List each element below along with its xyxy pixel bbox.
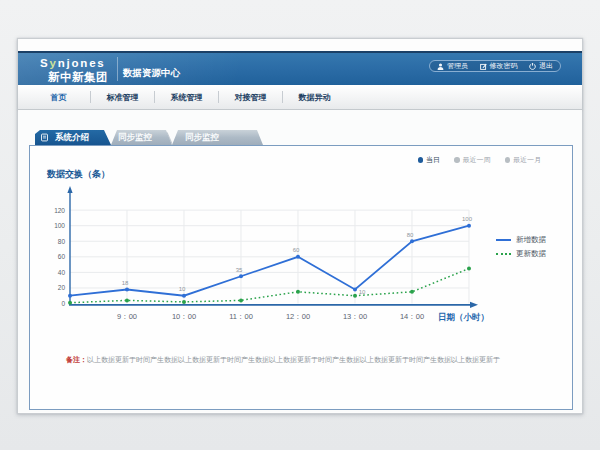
logo-y-accent: y bbox=[49, 57, 57, 69]
svg-text:40: 40 bbox=[58, 269, 66, 276]
nav-item-interface-mgmt[interactable]: 对接管理 bbox=[219, 92, 282, 103]
logout-label: 退出 bbox=[539, 61, 553, 71]
tab-sync-monitor-1[interactable]: 同步监控 bbox=[111, 130, 172, 145]
user-icon bbox=[437, 63, 444, 70]
page-title: 数据资源中心 bbox=[123, 67, 180, 80]
user-name-label: 管理员 bbox=[447, 61, 468, 71]
legend-updated-data[interactable]: 更新数据 bbox=[496, 249, 546, 259]
header-divider bbox=[117, 57, 118, 81]
svg-text:14：00: 14：00 bbox=[400, 312, 424, 321]
nav-item-system-mgmt[interactable]: 系统管理 bbox=[155, 92, 218, 103]
nav-item-standard-mgmt[interactable]: 标准管理 bbox=[91, 92, 154, 103]
series-label: 更新数据 bbox=[516, 249, 546, 259]
document-icon bbox=[41, 133, 48, 142]
tab-label: 同步监控 bbox=[185, 132, 219, 144]
svg-text:13：00: 13：00 bbox=[343, 312, 367, 321]
logo-wordmark: Synjones bbox=[40, 58, 108, 69]
svg-text:10: 10 bbox=[359, 289, 366, 295]
window-top-strip bbox=[18, 39, 582, 51]
svg-text:18: 18 bbox=[122, 280, 129, 286]
footnote-label: 备注： bbox=[66, 356, 87, 363]
footnote-text: 以上数据更新于时间产生数据以上数据更新于时间产生数据以上数据更新于时间产生数据以… bbox=[87, 356, 500, 363]
svg-text:10: 10 bbox=[179, 286, 186, 292]
svg-text:80: 80 bbox=[407, 232, 414, 238]
dotted-line-sample bbox=[496, 251, 511, 257]
nav-item-data-change[interactable]: 数据异动 bbox=[283, 92, 346, 103]
app-window: Synjones 新中新集团 数据资源中心 管理员 修改密码 退出 首页 标准管… bbox=[17, 38, 583, 414]
svg-text:100: 100 bbox=[54, 222, 65, 229]
svg-text:120: 120 bbox=[54, 207, 65, 214]
change-password-label: 修改密码 bbox=[490, 61, 518, 71]
svg-text:20: 20 bbox=[58, 284, 66, 291]
logout-icon bbox=[529, 63, 536, 70]
nav-item-home[interactable]: 首页 bbox=[27, 92, 90, 103]
x-axis-title: 日期（小时） bbox=[438, 312, 489, 324]
change-password-button[interactable]: 修改密码 bbox=[480, 61, 518, 71]
user-toolbar: 管理员 修改密码 退出 bbox=[429, 60, 561, 72]
user-menu[interactable]: 管理员 bbox=[437, 61, 468, 71]
tab-sync-monitor-2[interactable]: 同步监控 bbox=[172, 130, 263, 145]
tab-label: 系统介绍 bbox=[55, 132, 89, 144]
svg-text:10：00: 10：00 bbox=[172, 312, 196, 321]
edit-icon bbox=[480, 63, 487, 70]
tab-system-intro[interactable]: 系统介绍 bbox=[35, 130, 111, 145]
chart-panel: 当日 最近一周 最近一月 数据交换（条） 0204060801001209：00… bbox=[29, 145, 573, 410]
svg-text:9：00: 9：00 bbox=[117, 312, 137, 321]
svg-text:35: 35 bbox=[236, 267, 243, 273]
svg-text:12：00: 12：00 bbox=[286, 312, 310, 321]
svg-text:0: 0 bbox=[61, 300, 65, 307]
svg-text:60: 60 bbox=[293, 247, 300, 253]
svg-text:11：00: 11：00 bbox=[229, 312, 253, 321]
company-logo[interactable]: Synjones 新中新集团 bbox=[40, 58, 108, 83]
logo-company-name: 新中新集团 bbox=[48, 72, 108, 83]
logout-button[interactable]: 退出 bbox=[529, 61, 553, 71]
app-header: Synjones 新中新集团 数据资源中心 管理员 修改密码 退出 bbox=[18, 51, 582, 85]
tab-bar: 系统介绍 同步监控 同步监控 bbox=[35, 130, 263, 145]
legend-new-data[interactable]: 新增数据 bbox=[496, 235, 546, 245]
series-legend: 新增数据 更新数据 bbox=[496, 235, 546, 259]
footnote: 备注：以上数据更新于时间产生数据以上数据更新于时间产生数据以上数据更新于时间产生… bbox=[66, 355, 500, 364]
series-label: 新增数据 bbox=[516, 235, 546, 245]
svg-text:80: 80 bbox=[58, 238, 66, 245]
main-nav: 首页 标准管理 系统管理 对接管理 数据异动 bbox=[18, 85, 582, 110]
chart-svg: 0204060801001209：0010：0011：0012：0013：001… bbox=[30, 146, 573, 409]
svg-text:100: 100 bbox=[462, 216, 473, 222]
tab-label: 同步监控 bbox=[118, 132, 152, 144]
content-area: 系统介绍 同步监控 同步监控 当日 最近一周 最近一月 bbox=[18, 110, 582, 412]
solid-line-sample bbox=[496, 237, 511, 243]
svg-text:60: 60 bbox=[58, 253, 66, 260]
